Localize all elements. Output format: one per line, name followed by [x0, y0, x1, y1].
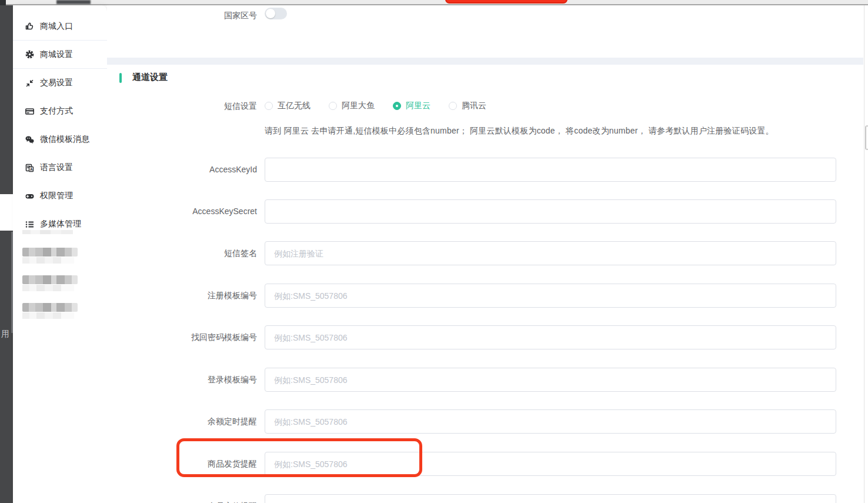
svg-text:A: A — [30, 167, 33, 171]
section-divider-band — [107, 58, 863, 65]
toggle-knob — [266, 9, 275, 18]
password-recovery-template-input[interactable] — [265, 325, 836, 349]
form-row-recharge-reminder: 会员充值提醒 — [107, 494, 863, 503]
collapsed-dark-rail: 用 — [0, 5, 13, 503]
sms-provider-radio-group: 短信设置 互亿无线 阿里大鱼 阿里云 腾讯云 — [265, 101, 505, 111]
sidebar-item-label: 交易设置 — [40, 78, 73, 88]
form-row-accesskeyid: AccessKeyId — [107, 158, 863, 182]
gear-icon — [25, 49, 35, 59]
sidebar-item-wechat-template[interactable]: 微信模板消息 — [13, 125, 107, 154]
redacted-sidebar-item[interactable] — [22, 303, 78, 319]
register-template-input[interactable] — [265, 284, 836, 308]
sidebar-item-label: 语言设置 — [40, 162, 73, 173]
section-accent-bar — [119, 73, 122, 83]
redacted-subitem — [22, 230, 73, 234]
sidebar-item-label: 商城入口 — [40, 21, 73, 32]
form-row-balance-reminder: 余额定时提醒 — [107, 409, 863, 434]
radio-ali-dayu[interactable]: 阿里大鱼 — [329, 101, 375, 111]
radio-circle-icon — [265, 102, 273, 110]
country-code-label: 国家区号 — [118, 9, 257, 21]
login-template-input[interactable] — [265, 368, 836, 392]
sidebar-item-label: 微信模板消息 — [40, 134, 89, 145]
list-icon — [25, 219, 35, 229]
sidebar-item-payment-methods[interactable]: 支付方式 — [13, 97, 107, 125]
radio-huyi-wireless[interactable]: 互亿无线 — [265, 101, 311, 111]
wechat-icon — [25, 135, 35, 145]
sidebar-menu: 商城入口 商城设置 交易设置 支付方式 — [13, 12, 107, 238]
sidebar-item-label: 多媒体管理 — [40, 219, 81, 229]
settings-sidebar: 商城入口 商城设置 交易设置 支付方式 — [13, 5, 107, 503]
radio-selected-icon — [393, 102, 401, 110]
redacted-sidebar-item[interactable] — [22, 248, 78, 264]
language-icon: A — [25, 163, 35, 173]
sms-helper-text: 请到 阿里云 去申请开通,短信模板中必须包含number； 阿里云默认模板为co… — [265, 126, 774, 136]
form-row-login-template: 登录模板编号 — [107, 368, 863, 392]
country-code-toggle[interactable] — [265, 8, 287, 19]
section-title: 通道设置 — [132, 72, 168, 83]
sidebar-item-label: 商城设置 — [40, 49, 73, 60]
compress-arrows-icon — [25, 78, 35, 88]
app-window: 用 商城入口 商城设置 交易设置 — [0, 0, 868, 503]
sms-signature-input[interactable] — [265, 241, 836, 265]
balance-reminder-input[interactable] — [265, 409, 836, 434]
sidebar-item-mall-settings[interactable]: 商城设置 — [13, 41, 107, 69]
radio-circle-icon — [449, 102, 457, 110]
content-right-border — [864, 5, 864, 503]
form-row-shipping-reminder: 商品发货提醒 — [107, 452, 863, 476]
recharge-reminder-input[interactable] — [265, 494, 836, 503]
form-row-register-template: 注册模板编号 — [107, 284, 863, 308]
page-scrollbar-thumb[interactable] — [865, 125, 868, 150]
sidebar-item-label: 权限管理 — [40, 191, 73, 201]
browser-chrome-strip — [0, 0, 868, 5]
gamepad-icon — [25, 191, 35, 201]
settings-content: 国家区号 通道设置 短信设置 互亿无线 阿里大鱼 阿里云 — [107, 5, 863, 503]
accesskeysecret-input[interactable] — [265, 199, 836, 224]
redacted-sidebar-item[interactable] — [22, 275, 78, 291]
redacted-red-banner — [445, 0, 567, 4]
form-row-password-recovery-template: 找回密码模板编号 — [107, 325, 863, 349]
sidebar-item-trade-settings[interactable]: 交易设置 — [13, 69, 107, 97]
sidebar-item-permission-management[interactable]: 权限管理 — [13, 182, 107, 210]
sidebar-item-language-settings[interactable]: A 语言设置 — [13, 154, 107, 182]
sidebar-item-label: 支付方式 — [40, 106, 73, 116]
credit-card-icon — [25, 106, 35, 116]
rail-gap — [0, 194, 13, 231]
radio-circle-icon — [329, 102, 337, 110]
form-row-sms-signature: 短信签名 — [107, 241, 863, 265]
sms-settings-label: 短信设置 — [118, 101, 257, 112]
radio-aliyun[interactable]: 阿里云 — [393, 101, 430, 111]
sidebar-item-mall-entrance[interactable]: 商城入口 — [13, 12, 107, 41]
form-row-accesskeysecret: AccessKeySecret — [107, 199, 863, 224]
shipping-reminder-input[interactable] — [265, 452, 836, 476]
pointer-hand-icon — [25, 21, 35, 31]
tab-title-fragment — [56, 0, 91, 4]
radio-tencent-cloud[interactable]: 腾讯云 — [449, 101, 486, 111]
accesskeyid-input[interactable] — [265, 158, 836, 182]
rail-partial-text: 用 — [1, 328, 9, 339]
